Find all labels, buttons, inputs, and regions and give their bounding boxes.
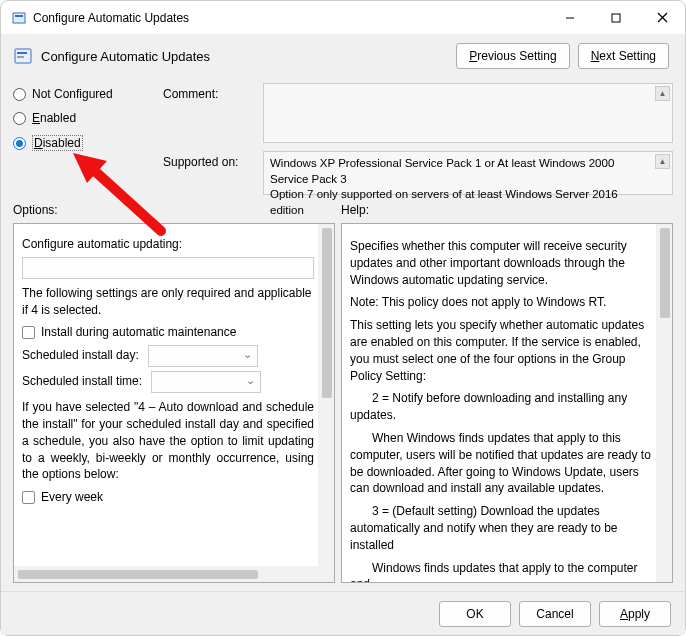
scroll-up-icon[interactable]: ▲ (655, 154, 670, 169)
help-paragraph: When Windows finds updates that apply to… (350, 430, 652, 497)
minimize-button[interactable] (547, 2, 593, 34)
scrollbar-thumb[interactable] (322, 228, 332, 398)
radio-icon (13, 137, 26, 150)
policy-big-icon (13, 46, 33, 66)
scheduled-day-dropdown[interactable] (148, 345, 258, 367)
help-panel: Specifies whether this computer will rec… (341, 223, 673, 583)
configure-updating-dropdown[interactable] (22, 257, 314, 279)
schedule-note: If you have selected "4 – Auto download … (22, 399, 314, 483)
help-paragraph: 3 = (Default setting) Download the updat… (350, 503, 652, 553)
titlebar: Configure Automatic Updates (1, 1, 685, 35)
vertical-scrollbar[interactable] (656, 224, 672, 582)
horizontal-scrollbar[interactable] (14, 566, 318, 582)
close-button[interactable] (639, 2, 685, 34)
dialog-footer: OK Cancel Apply (1, 591, 685, 635)
configure-updating-label: Configure automatic updating: (22, 236, 314, 253)
comment-label: Comment: (163, 83, 253, 101)
svg-rect-1 (15, 15, 23, 17)
scroll-up-icon[interactable]: ▲ (655, 86, 670, 101)
checkbox-icon (22, 491, 35, 504)
config-area: Not Configured Enabled Disabled Comment:… (1, 77, 685, 195)
gpedit-dialog: Configure Automatic Updates Configure Au… (0, 0, 686, 636)
help-paragraph: This setting lets you specify whether au… (350, 317, 652, 384)
scrollbar-thumb[interactable] (660, 228, 670, 318)
radio-not-configured[interactable]: Not Configured (13, 87, 163, 101)
help-paragraph: 2 = Notify before downloading and instal… (350, 390, 652, 424)
scheduled-time-dropdown[interactable] (151, 371, 261, 393)
window-title: Configure Automatic Updates (33, 11, 547, 25)
svg-rect-8 (17, 56, 24, 58)
main-panels: Configure automatic updating: The follow… (1, 221, 685, 591)
help-paragraph: Windows finds updates that apply to the … (350, 560, 652, 583)
scheduled-time-label: Scheduled install time: (22, 374, 142, 388)
checkbox-icon (22, 326, 35, 339)
radio-icon (13, 88, 26, 101)
radio-icon (13, 112, 26, 125)
apply-button[interactable]: Apply (599, 601, 671, 627)
supported-on-box: Windows XP Professional Service Pack 1 o… (263, 151, 673, 195)
maximize-button[interactable] (593, 2, 639, 34)
every-week-checkbox[interactable]: Every week (22, 489, 314, 506)
help-paragraph: Note: This policy does not apply to Wind… (350, 294, 652, 311)
vertical-scrollbar[interactable] (318, 224, 334, 582)
state-radio-group: Not Configured Enabled Disabled (13, 83, 163, 195)
svg-rect-3 (612, 14, 620, 22)
radio-enabled[interactable]: Enabled (13, 111, 163, 125)
scheduled-day-label: Scheduled install day: (22, 348, 139, 362)
comment-field[interactable]: ▲ (263, 83, 673, 143)
options-panel: Configure automatic updating: The follow… (13, 223, 335, 583)
install-during-maintenance-checkbox[interactable]: Install during automatic maintenance (22, 324, 314, 341)
svg-rect-0 (13, 13, 25, 23)
radio-disabled[interactable]: Disabled (13, 135, 163, 151)
subtitle-bar: Configure Automatic Updates Previous Set… (1, 35, 685, 77)
policy-icon (11, 10, 27, 26)
required-note: The following settings are only required… (22, 285, 314, 319)
ok-button[interactable]: OK (439, 601, 511, 627)
window-controls (547, 2, 685, 34)
policy-name: Configure Automatic Updates (41, 49, 456, 64)
help-paragraph: Specifies whether this computer will rec… (350, 238, 652, 288)
help-label: Help: (341, 203, 369, 217)
next-setting-button[interactable]: Next Setting (578, 43, 669, 69)
previous-setting-button[interactable]: Previous Setting (456, 43, 569, 69)
supported-on-label: Supported on: (163, 151, 253, 169)
svg-rect-7 (17, 52, 27, 54)
cancel-button[interactable]: Cancel (519, 601, 591, 627)
scrollbar-thumb[interactable] (18, 570, 258, 579)
